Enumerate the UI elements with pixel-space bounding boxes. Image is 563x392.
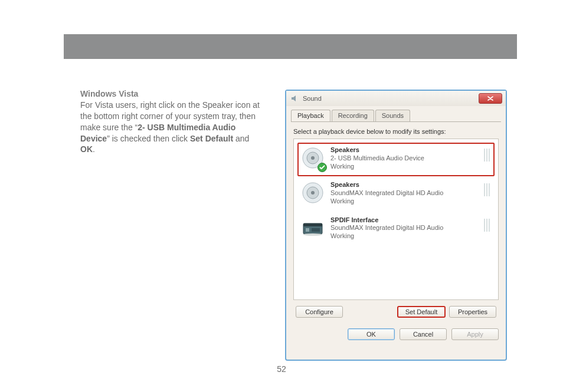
tab-recording[interactable]: Recording [332,110,374,121]
dialog-body: Select a playback device below to modify… [286,122,506,322]
device-subtitle: SoundMAX Integrated Digital HD Audio [330,224,443,232]
para-text: . [93,144,95,154]
tab-playback[interactable]: Playback [291,110,330,121]
level-meter [484,183,490,196]
hint-text: Select a playback device below to modify… [293,128,499,135]
device-subtitle: 2- USB Multimedia Audio Device [330,154,424,163]
check-icon [317,163,327,172]
configure-button[interactable]: Configure [296,306,343,318]
device-list[interactable]: Speakers 2- USB Multimedia Audio Device … [293,139,499,300]
device-status: Working [330,197,443,206]
device-item[interactable]: Speakers 2- USB Multimedia Audio Device … [297,143,495,176]
svg-point-6 [311,191,315,195]
document-page: Windows Vista For Vista users, right cli… [0,0,563,392]
sound-icon [290,94,299,103]
section-heading: Windows Vista [80,89,138,98]
device-text: Speakers 2- USB Multimedia Audio Device … [330,146,424,170]
tab-row: Playback Recording Sounds [286,106,506,121]
para-text: ” is checked then click [107,134,190,143]
device-title: Speakers [330,146,424,154]
dialog-titlebar[interactable]: Sound [286,91,506,106]
device-subtitle: SoundMAX Integrated Digital HD Audio [330,189,443,197]
level-meter [484,219,490,232]
speaker-icon [301,181,325,205]
svg-rect-8 [303,223,322,226]
para-text: and [233,134,249,143]
sound-dialog: Sound Playback Recording Sounds Select a… [285,90,507,361]
page-number: 52 [0,364,563,374]
device-text: SPDIF Interface SoundMAX Integrated Digi… [330,216,443,241]
level-meter [484,149,490,162]
device-title: Speakers [330,181,443,189]
device-status: Working [330,232,443,241]
device-text: Speakers SoundMAX Integrated Digital HD … [330,181,443,205]
ok-button[interactable]: OK [348,328,395,340]
apply-button[interactable]: Apply [451,328,499,340]
dialog-actions-row: Configure Set Default Properties [293,300,499,318]
svg-point-11 [303,233,322,236]
header-bar [64,34,517,59]
bold-text: Set Default [190,134,233,143]
svg-point-2 [311,156,315,160]
set-default-button[interactable]: Set Default [397,306,446,318]
device-item[interactable]: Speakers SoundMAX Integrated Digital HD … [297,177,495,211]
instruction-text: Windows Vista For Vista users, right cli… [80,88,261,155]
svg-rect-10 [312,228,320,232]
bold-text: OK [80,144,93,154]
dialog-title: Sound [303,95,322,102]
device-status: Working [330,163,424,171]
dialog-footer: OK Cancel Apply [286,322,506,347]
svg-rect-9 [306,228,309,232]
properties-button[interactable]: Properties [449,306,496,318]
spdif-icon [301,216,325,240]
device-title: SPDIF Interface [330,216,443,225]
close-button[interactable] [479,93,502,104]
tab-sounds[interactable]: Sounds [375,110,410,121]
cancel-button[interactable]: Cancel [400,328,447,340]
device-item[interactable]: SPDIF Interface SoundMAX Integrated Digi… [297,213,495,246]
speaker-icon [301,146,325,170]
